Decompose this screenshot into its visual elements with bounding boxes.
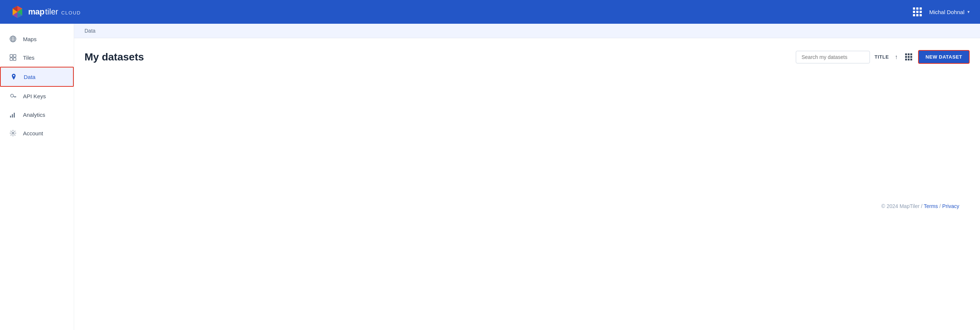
sidebar-label-api-keys: API Keys [23, 93, 46, 99]
logo-cloud: CLOUD [61, 10, 81, 16]
tiles-icon [9, 53, 17, 62]
chevron-down-icon: ▾ [967, 9, 970, 14]
privacy-link[interactable]: Privacy [942, 203, 959, 209]
svg-point-10 [13, 75, 14, 77]
sidebar-label-data: Data [24, 74, 36, 80]
page-layout: Maps Tiles Data [0, 0, 980, 330]
sidebar-label-maps: Maps [23, 36, 37, 42]
grid-view-button[interactable] [904, 52, 914, 62]
logo[interactable]: map tiler CLOUD [10, 5, 81, 19]
globe-icon [9, 35, 17, 43]
sort-ascending-icon[interactable]: ↑ [893, 52, 899, 62]
sidebar-item-analytics[interactable]: Analytics [0, 105, 74, 124]
maptiler-logo-icon [10, 5, 24, 19]
user-name: Michal Dohnal [929, 9, 964, 15]
logo-tiler: tiler [45, 7, 58, 17]
svg-rect-18 [16, 112, 16, 118]
new-dataset-button[interactable]: NEW DATASET [918, 50, 970, 64]
page-header: My datasets TITLE ↑ [84, 50, 970, 64]
sidebar-item-api-keys[interactable]: API Keys [0, 87, 74, 105]
sidebar-label-tiles: Tiles [23, 54, 35, 61]
sidebar-label-account: Account [23, 130, 43, 136]
user-menu[interactable]: Michal Dohnal ▾ [929, 9, 970, 15]
svg-rect-16 [12, 114, 13, 118]
svg-rect-8 [10, 58, 13, 61]
sidebar-item-data[interactable]: Data [0, 67, 74, 87]
svg-rect-7 [13, 54, 16, 57]
apps-grid-icon[interactable] [913, 7, 922, 16]
main-content-area: Data My datasets TITLE ↑ [74, 24, 980, 330]
sort-label: TITLE [874, 54, 889, 60]
svg-rect-6 [10, 54, 13, 57]
search-input[interactable] [796, 51, 870, 64]
logo-map: map [28, 7, 45, 17]
breadcrumb-bar: Data [74, 24, 980, 38]
svg-rect-15 [10, 116, 11, 118]
footer: © 2024 MapTiler / Terms / Privacy [881, 203, 959, 209]
sidebar-label-analytics: Analytics [23, 112, 45, 118]
sidebar: Maps Tiles Data [0, 24, 74, 330]
svg-rect-17 [14, 113, 15, 118]
main-content: My datasets TITLE ↑ [74, 38, 980, 330]
main-header: map tiler CLOUD Michal Dohnal ▾ [0, 0, 980, 24]
breadcrumb: Data [84, 28, 95, 34]
header-right: Michal Dohnal ▾ [913, 7, 970, 16]
logo-text: map tiler CLOUD [28, 7, 81, 17]
svg-rect-9 [13, 58, 16, 61]
terms-link[interactable]: Terms [924, 203, 938, 209]
key-icon [9, 92, 17, 100]
data-pin-icon [10, 73, 18, 81]
svg-point-19 [12, 132, 14, 134]
settings-gear-icon [9, 129, 17, 137]
sidebar-item-account[interactable]: Account [0, 124, 74, 142]
analytics-icon [9, 110, 17, 119]
sidebar-item-tiles[interactable]: Tiles [0, 48, 74, 67]
page-title: My datasets [84, 51, 144, 63]
sidebar-item-maps[interactable]: Maps [0, 30, 74, 48]
header-actions: TITLE ↑ NEW DATASET [796, 50, 970, 64]
datasets-container: © 2024 MapTiler / Terms / Privacy [84, 76, 970, 224]
